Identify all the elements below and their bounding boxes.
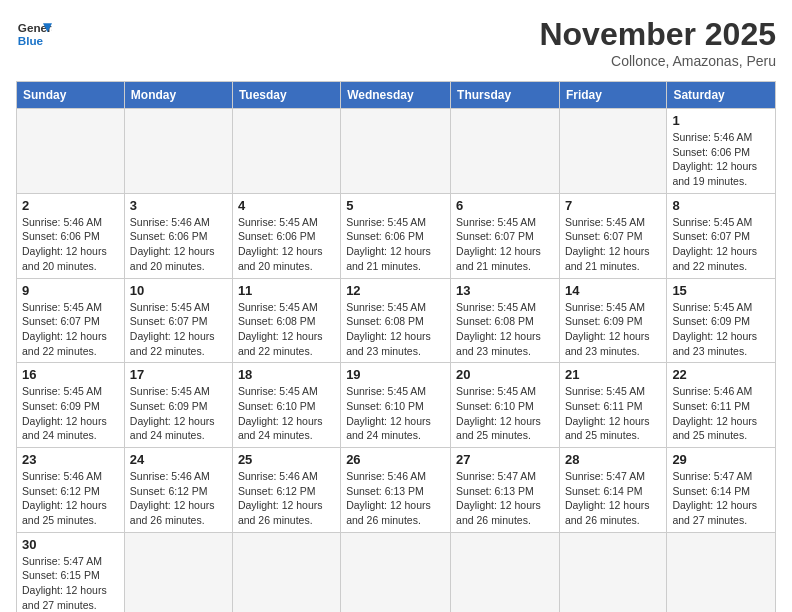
calendar-cell: 7Sunrise: 5:45 AM Sunset: 6:07 PM Daylig…	[559, 193, 666, 278]
calendar-cell: 13Sunrise: 5:45 AM Sunset: 6:08 PM Dayli…	[451, 278, 560, 363]
calendar-cell: 23Sunrise: 5:46 AM Sunset: 6:12 PM Dayli…	[17, 448, 125, 533]
calendar-table: SundayMondayTuesdayWednesdayThursdayFrid…	[16, 81, 776, 612]
day-info: Sunrise: 5:45 AM Sunset: 6:10 PM Dayligh…	[456, 384, 554, 443]
day-number: 17	[130, 367, 227, 382]
day-header-tuesday: Tuesday	[232, 82, 340, 109]
day-header-friday: Friday	[559, 82, 666, 109]
calendar-cell: 9Sunrise: 5:45 AM Sunset: 6:07 PM Daylig…	[17, 278, 125, 363]
day-number: 26	[346, 452, 445, 467]
day-number: 24	[130, 452, 227, 467]
day-number: 6	[456, 198, 554, 213]
calendar-week-row: 1Sunrise: 5:46 AM Sunset: 6:06 PM Daylig…	[17, 109, 776, 194]
calendar-cell	[232, 109, 340, 194]
day-info: Sunrise: 5:45 AM Sunset: 6:06 PM Dayligh…	[238, 215, 335, 274]
calendar-week-row: 23Sunrise: 5:46 AM Sunset: 6:12 PM Dayli…	[17, 448, 776, 533]
day-header-saturday: Saturday	[667, 82, 776, 109]
day-info: Sunrise: 5:45 AM Sunset: 6:07 PM Dayligh…	[130, 300, 227, 359]
calendar-cell: 21Sunrise: 5:45 AM Sunset: 6:11 PM Dayli…	[559, 363, 666, 448]
day-number: 28	[565, 452, 661, 467]
day-info: Sunrise: 5:47 AM Sunset: 6:15 PM Dayligh…	[22, 554, 119, 612]
day-info: Sunrise: 5:45 AM Sunset: 6:08 PM Dayligh…	[238, 300, 335, 359]
day-info: Sunrise: 5:45 AM Sunset: 6:07 PM Dayligh…	[672, 215, 770, 274]
day-info: Sunrise: 5:45 AM Sunset: 6:11 PM Dayligh…	[565, 384, 661, 443]
day-info: Sunrise: 5:45 AM Sunset: 6:08 PM Dayligh…	[346, 300, 445, 359]
day-info: Sunrise: 5:45 AM Sunset: 6:06 PM Dayligh…	[346, 215, 445, 274]
day-info: Sunrise: 5:45 AM Sunset: 6:09 PM Dayligh…	[130, 384, 227, 443]
calendar-cell	[341, 109, 451, 194]
day-number: 12	[346, 283, 445, 298]
calendar-cell	[559, 532, 666, 612]
calendar-cell	[232, 532, 340, 612]
calendar-cell: 15Sunrise: 5:45 AM Sunset: 6:09 PM Dayli…	[667, 278, 776, 363]
day-number: 1	[672, 113, 770, 128]
header: General Blue November 2025 Collonce, Ama…	[16, 16, 776, 69]
day-header-thursday: Thursday	[451, 82, 560, 109]
day-number: 9	[22, 283, 119, 298]
day-info: Sunrise: 5:45 AM Sunset: 6:10 PM Dayligh…	[238, 384, 335, 443]
calendar-cell	[341, 532, 451, 612]
day-info: Sunrise: 5:45 AM Sunset: 6:08 PM Dayligh…	[456, 300, 554, 359]
day-number: 14	[565, 283, 661, 298]
day-number: 22	[672, 367, 770, 382]
day-number: 23	[22, 452, 119, 467]
logo: General Blue	[16, 16, 52, 52]
calendar-cell: 30Sunrise: 5:47 AM Sunset: 6:15 PM Dayli…	[17, 532, 125, 612]
title-area: November 2025 Collonce, Amazonas, Peru	[539, 16, 776, 69]
day-number: 29	[672, 452, 770, 467]
day-number: 8	[672, 198, 770, 213]
generalblue-logo-icon: General Blue	[16, 16, 52, 52]
day-number: 11	[238, 283, 335, 298]
calendar-week-row: 9Sunrise: 5:45 AM Sunset: 6:07 PM Daylig…	[17, 278, 776, 363]
day-number: 18	[238, 367, 335, 382]
day-number: 30	[22, 537, 119, 552]
day-number: 25	[238, 452, 335, 467]
calendar-week-row: 30Sunrise: 5:47 AM Sunset: 6:15 PM Dayli…	[17, 532, 776, 612]
day-info: Sunrise: 5:46 AM Sunset: 6:13 PM Dayligh…	[346, 469, 445, 528]
svg-text:Blue: Blue	[18, 34, 44, 47]
day-info: Sunrise: 5:45 AM Sunset: 6:09 PM Dayligh…	[565, 300, 661, 359]
day-number: 27	[456, 452, 554, 467]
calendar-cell: 26Sunrise: 5:46 AM Sunset: 6:13 PM Dayli…	[341, 448, 451, 533]
day-number: 20	[456, 367, 554, 382]
day-header-sunday: Sunday	[17, 82, 125, 109]
day-number: 5	[346, 198, 445, 213]
day-info: Sunrise: 5:46 AM Sunset: 6:11 PM Dayligh…	[672, 384, 770, 443]
calendar-cell	[451, 532, 560, 612]
calendar-cell: 5Sunrise: 5:45 AM Sunset: 6:06 PM Daylig…	[341, 193, 451, 278]
day-number: 7	[565, 198, 661, 213]
day-number: 19	[346, 367, 445, 382]
calendar-cell: 22Sunrise: 5:46 AM Sunset: 6:11 PM Dayli…	[667, 363, 776, 448]
day-number: 3	[130, 198, 227, 213]
calendar-cell: 1Sunrise: 5:46 AM Sunset: 6:06 PM Daylig…	[667, 109, 776, 194]
calendar-cell: 19Sunrise: 5:45 AM Sunset: 6:10 PM Dayli…	[341, 363, 451, 448]
calendar-title: November 2025	[539, 16, 776, 53]
calendar-cell: 28Sunrise: 5:47 AM Sunset: 6:14 PM Dayli…	[559, 448, 666, 533]
calendar-cell: 4Sunrise: 5:45 AM Sunset: 6:06 PM Daylig…	[232, 193, 340, 278]
calendar-cell	[667, 532, 776, 612]
calendar-cell	[559, 109, 666, 194]
calendar-cell: 20Sunrise: 5:45 AM Sunset: 6:10 PM Dayli…	[451, 363, 560, 448]
day-info: Sunrise: 5:45 AM Sunset: 6:10 PM Dayligh…	[346, 384, 445, 443]
calendar-week-row: 2Sunrise: 5:46 AM Sunset: 6:06 PM Daylig…	[17, 193, 776, 278]
day-info: Sunrise: 5:46 AM Sunset: 6:12 PM Dayligh…	[22, 469, 119, 528]
day-info: Sunrise: 5:46 AM Sunset: 6:06 PM Dayligh…	[672, 130, 770, 189]
calendar-cell: 6Sunrise: 5:45 AM Sunset: 6:07 PM Daylig…	[451, 193, 560, 278]
day-info: Sunrise: 5:45 AM Sunset: 6:07 PM Dayligh…	[565, 215, 661, 274]
calendar-week-row: 16Sunrise: 5:45 AM Sunset: 6:09 PM Dayli…	[17, 363, 776, 448]
day-info: Sunrise: 5:45 AM Sunset: 6:09 PM Dayligh…	[672, 300, 770, 359]
days-header-row: SundayMondayTuesdayWednesdayThursdayFrid…	[17, 82, 776, 109]
calendar-cell: 17Sunrise: 5:45 AM Sunset: 6:09 PM Dayli…	[124, 363, 232, 448]
calendar-subtitle: Collonce, Amazonas, Peru	[539, 53, 776, 69]
day-number: 15	[672, 283, 770, 298]
calendar-cell: 16Sunrise: 5:45 AM Sunset: 6:09 PM Dayli…	[17, 363, 125, 448]
day-number: 4	[238, 198, 335, 213]
day-info: Sunrise: 5:47 AM Sunset: 6:14 PM Dayligh…	[672, 469, 770, 528]
day-number: 2	[22, 198, 119, 213]
calendar-cell	[124, 532, 232, 612]
calendar-cell: 3Sunrise: 5:46 AM Sunset: 6:06 PM Daylig…	[124, 193, 232, 278]
day-info: Sunrise: 5:46 AM Sunset: 6:06 PM Dayligh…	[22, 215, 119, 274]
day-info: Sunrise: 5:46 AM Sunset: 6:12 PM Dayligh…	[130, 469, 227, 528]
day-info: Sunrise: 5:47 AM Sunset: 6:14 PM Dayligh…	[565, 469, 661, 528]
day-number: 16	[22, 367, 119, 382]
day-info: Sunrise: 5:45 AM Sunset: 6:07 PM Dayligh…	[456, 215, 554, 274]
